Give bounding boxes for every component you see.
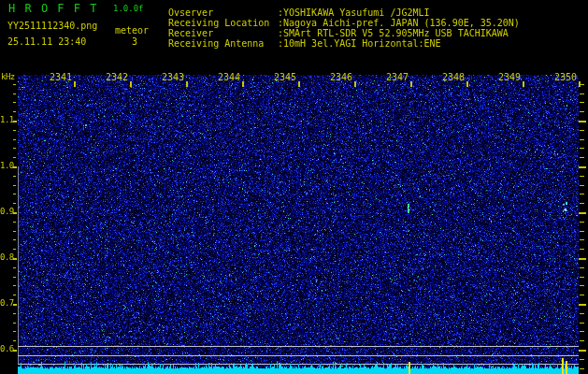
output-filename: YY2511112340.png [7, 22, 97, 31]
meteor-count: 3 [132, 37, 137, 47]
time-tick-label: 2346 [312, 73, 352, 82]
mode-label: meteor [115, 26, 149, 36]
station-info-value: :Nagoya Aichi-pref. JAPAN (136.90E, 35.2… [278, 18, 520, 28]
frequency-tick-label: 0.7 [0, 299, 12, 308]
datetime-label: 25.11.11 23:40 [7, 37, 86, 47]
frequency-tick-label: 0.6 [0, 345, 12, 353]
time-tick-label: 2345 [256, 73, 296, 82]
station-info-label: Receiving Location [168, 19, 278, 28]
frequency-tick-label: 1.1 [0, 116, 12, 124]
station-info-label: Receiving Antenna [168, 39, 278, 49]
station-info-row: Ovserver:YOSHIKAWA Yasufumi /JG2MLI [168, 8, 430, 18]
frequency-tick-label: 0.8 [0, 253, 12, 262]
time-tick-label: 2348 [424, 73, 465, 82]
time-tick-label: 2350 [537, 73, 577, 82]
station-info-label: Ovserver [168, 8, 278, 18]
time-tick-label: 2343 [144, 73, 184, 82]
time-tick-label: 2349 [480, 73, 521, 82]
hrofft-window: H R O F F T 1.0.0f YY2511112340.png mete… [0, 0, 588, 374]
station-info-label: Receiver [168, 29, 278, 38]
time-tick-label: 2341 [32, 73, 72, 82]
station-info-value: :SMArt RTL-SDR V5 52.905MHz USB TACHIKAW… [278, 28, 509, 38]
frequency-tick-label: 0.9 [0, 208, 12, 216]
app-title: H R O F F T [8, 3, 98, 14]
frequency-tick-label: 1.0 [0, 162, 12, 170]
station-info-row: Receiving Location:Nagoya Aichi-pref. JA… [168, 19, 520, 28]
app-version: 1.0.0f [113, 5, 144, 13]
station-info-value: :10mH 3el.YAGI Horizontal:ENE [278, 38, 441, 49]
frequency-axis-unit: kHz [1, 73, 15, 81]
station-info-row: Receiving Antenna:10mH 3el.YAGI Horizont… [168, 39, 441, 49]
station-info-row: Receiver:SMArt RTL-SDR V5 52.905MHz USB … [168, 29, 509, 38]
spectrogram-canvas [0, 0, 588, 374]
time-tick-label: 2342 [88, 73, 128, 82]
station-info-value: :YOSHIKAWA Yasufumi /JG2MLI [278, 7, 430, 18]
time-tick-label: 2347 [368, 73, 409, 82]
time-tick-label: 2344 [200, 73, 240, 82]
